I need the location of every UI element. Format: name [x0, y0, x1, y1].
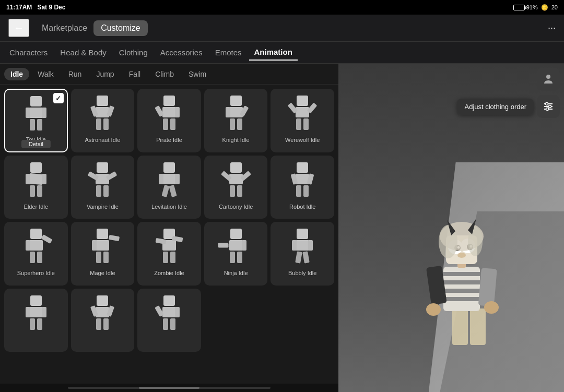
sub-tab-climb[interactable]: Climb	[149, 68, 180, 80]
sub-tab-walk[interactable]: Walk	[31, 68, 60, 80]
tab-emotes[interactable]: Emotes	[210, 45, 247, 60]
back-button[interactable]: ←	[8, 19, 29, 37]
anim-thumbnail	[146, 92, 192, 135]
svg-point-20	[439, 225, 457, 258]
sliders-icon	[543, 101, 554, 112]
roblox-figure	[89, 96, 115, 131]
anim-thumbnail	[80, 92, 126, 135]
roblox-figure	[89, 229, 115, 264]
anim-thumbnail	[279, 92, 325, 135]
svg-point-27	[546, 103, 548, 105]
character-icon	[542, 73, 555, 86]
animation-label: Robot Idle	[289, 204, 315, 210]
roblox-figure	[89, 162, 115, 198]
animation-label: Werewolf Idle	[285, 137, 320, 144]
animation-label: Ninja Idle	[224, 270, 248, 277]
animation-item-mage-idle[interactable]: Mage Idle	[71, 222, 135, 286]
animation-item-elder-idle[interactable]: Elder Idle	[4, 156, 68, 219]
customize-tab[interactable]: Customize	[93, 20, 148, 36]
anim-thumbnail	[146, 292, 192, 335]
anim-thumbnail	[13, 159, 59, 201]
svg-rect-6	[443, 297, 480, 301]
marketplace-tab[interactable]: Marketplace	[36, 20, 93, 36]
roblox-figure	[223, 96, 249, 131]
roblox-figure	[289, 229, 315, 264]
tab-clothing[interactable]: Clothing	[114, 45, 153, 60]
tab-characters[interactable]: Characters	[4, 45, 53, 60]
anim-thumbnail	[213, 92, 259, 135]
svg-rect-8	[478, 268, 497, 306]
tab-animation[interactable]: Animation	[249, 44, 298, 61]
animation-item-extra3[interactable]	[137, 289, 201, 352]
animation-label: Cartoony Idle	[219, 204, 253, 210]
animation-label: Zombie Idle	[154, 270, 184, 277]
anim-thumbnail	[213, 159, 259, 201]
roblox-figure	[223, 162, 249, 198]
tab-head-body[interactable]: Head & Body	[55, 45, 111, 60]
animation-label: Mage Idle	[90, 270, 115, 277]
character-svg	[415, 204, 509, 361]
coin-count: 20	[551, 4, 558, 10]
animation-item-vampire-idle[interactable]: Vampire Idle	[71, 156, 135, 219]
roblox-figure	[89, 295, 115, 331]
animation-item-astronaut-idle[interactable]: Astronaut Idle	[71, 89, 135, 152]
status-time: 11:17AM Sat 9 Dec	[6, 4, 65, 11]
status-right: 91% 🪙 20	[513, 4, 558, 11]
detail-button[interactable]: Detail	[21, 140, 51, 148]
main-tabs: Characters Head & Body Clothing Accessor…	[0, 42, 564, 64]
animation-item-levitation-idle[interactable]: Levitation Idle	[137, 156, 201, 219]
svg-point-22	[457, 253, 466, 258]
animation-label: Elder Idle	[24, 204, 48, 210]
anim-thumbnail	[279, 159, 325, 201]
animation-item-superhero-idle[interactable]: Superhero Idle	[4, 222, 68, 286]
sub-tabs: Idle Walk Run Jump Fall Climb Swim	[0, 64, 338, 85]
animation-item-robot-idle[interactable]: Robot Idle	[271, 156, 334, 219]
roblox-figure	[23, 295, 49, 331]
animation-grid: ✓ Toy IdleDetail Astronaut Idle Pirate I…	[4, 89, 334, 352]
animation-item-toy-idle[interactable]: ✓ Toy IdleDetail	[4, 89, 68, 152]
checkmark-icon: ✓	[53, 93, 64, 103]
content-area: Idle Walk Run Jump Fall Climb Swim ✓ Toy…	[0, 64, 564, 392]
animation-label: Levitation Idle	[151, 204, 187, 210]
sub-tab-jump[interactable]: Jump	[90, 68, 120, 80]
animation-item-bubbly-idle[interactable]: Bubbly Idle	[271, 222, 334, 286]
svg-point-29	[546, 108, 549, 111]
animation-item-pirate-idle[interactable]: Pirate Idle	[137, 89, 201, 152]
animation-label: Knight Idle	[222, 137, 250, 144]
svg-rect-1	[470, 308, 486, 345]
anim-thumbnail	[13, 225, 59, 268]
sub-tab-fall[interactable]: Fall	[123, 68, 147, 80]
animation-label: Vampire Idle	[87, 204, 119, 210]
anim-thumbnail	[80, 292, 126, 335]
roblox-figure	[156, 96, 182, 131]
dots-menu[interactable]: ···	[548, 22, 556, 33]
character-avatar-button[interactable]	[537, 68, 560, 91]
svg-rect-3	[443, 272, 480, 276]
anim-thumbnail	[146, 159, 192, 201]
roblox-figure	[289, 162, 315, 198]
sub-tab-idle[interactable]: Idle	[4, 68, 29, 80]
anim-thumbnail	[279, 225, 325, 268]
animation-item-knight-idle[interactable]: Knight Idle	[204, 89, 268, 152]
sub-tab-run[interactable]: Run	[62, 68, 88, 80]
anim-thumbnail	[213, 225, 259, 268]
battery-indicator: 91%	[513, 4, 538, 11]
top-nav: ← Marketplace Customize ···	[0, 15, 564, 42]
character-preview	[409, 194, 514, 361]
tab-accessories[interactable]: Accessories	[155, 45, 208, 60]
sub-tab-swim[interactable]: Swim	[182, 68, 213, 80]
svg-rect-5	[443, 289, 480, 293]
animation-item-werewolf-idle[interactable]: Werewolf Idle	[271, 89, 334, 152]
roblox-figure	[289, 96, 315, 131]
svg-rect-4	[443, 280, 480, 284]
scroll-bar-area[interactable]	[0, 384, 338, 392]
animation-item-ninja-idle[interactable]: Ninja Idle	[204, 222, 268, 286]
roblox-figure	[156, 162, 182, 198]
adjust-clothing-tooltip: Adjust clothing order	[457, 99, 534, 115]
animation-item-extra2[interactable]	[71, 289, 135, 352]
animation-item-cartoony-idle[interactable]: Cartoony Idle	[204, 156, 268, 219]
adjust-clothing-button[interactable]	[537, 95, 560, 118]
svg-point-28	[549, 105, 551, 108]
animation-item-extra1[interactable]	[4, 289, 68, 352]
animation-item-zombie-idle[interactable]: Zombie Idle	[137, 222, 201, 286]
